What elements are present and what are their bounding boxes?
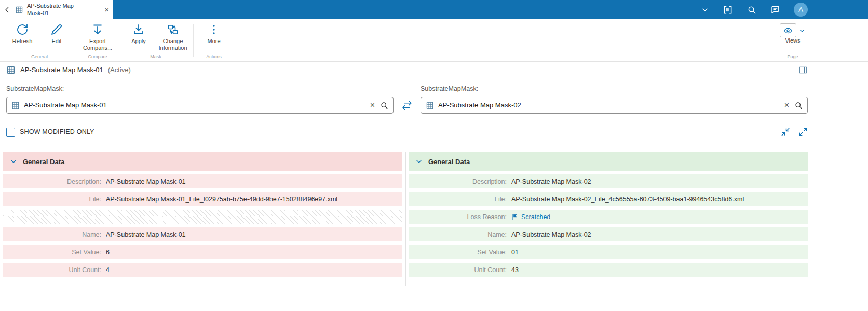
- substrate-map-icon: [426, 101, 434, 110]
- ribbon-separator: [77, 24, 77, 57]
- field-row-description: Description: AP-Substrate Map Mask-02: [409, 174, 808, 188]
- ribbon-separator: [193, 24, 194, 57]
- field-label: Set Value:: [409, 249, 511, 256]
- search-icon[interactable]: [747, 5, 756, 15]
- field-row-file: File: AP-Substrate Map Mask-02_File_4c56…: [409, 192, 808, 206]
- entity-tab[interactable]: AP-Substrate Map Mask-01 ×: [0, 0, 113, 19]
- entity-title: AP-Substrate Map Mask-01: [20, 66, 103, 74]
- refresh-button[interactable]: Refresh: [5, 21, 39, 46]
- eye-icon: [783, 26, 793, 35]
- refresh-icon: [16, 23, 29, 36]
- field-value: AP-Substrate Map Mask-01: [106, 231, 186, 238]
- field-label: File:: [3, 196, 106, 203]
- field-row-set-value: Set Value: 6: [3, 245, 402, 259]
- search-icon[interactable]: [794, 101, 803, 110]
- substrate-map-icon: [6, 65, 16, 75]
- field-row-description: Description: AP-Substrate Map Mask-01: [3, 174, 402, 188]
- change-information-button[interactable]: Change Information: [156, 21, 190, 52]
- field-row-unit-count: Unit Count: 4: [3, 263, 402, 277]
- field-label: Name:: [409, 231, 511, 238]
- field-row-loss-reason: Loss Reason: Scratched: [409, 210, 808, 224]
- more-icon: [208, 23, 220, 36]
- field-value: AP-Substrate Map Mask-02: [511, 231, 591, 238]
- lookup-input-right[interactable]: [438, 101, 779, 109]
- field-row-name: Name: AP-Substrate Map Mask-01: [3, 227, 402, 241]
- views-dropdown-icon[interactable]: [798, 27, 806, 34]
- ribbon-group-label: Mask: [150, 53, 161, 61]
- chevron-down-icon: [10, 158, 17, 165]
- chevron-down-icon[interactable]: [701, 6, 709, 13]
- field-label: Set Value:: [3, 249, 106, 256]
- apply-icon: [132, 23, 145, 36]
- field-label: File:: [409, 196, 511, 203]
- close-tab-icon[interactable]: ×: [104, 6, 109, 13]
- field-value: AP-Substrate Map Mask-01_File_f02975ab-b…: [106, 196, 337, 203]
- field-row-name: Name: AP-Substrate Map Mask-02: [409, 227, 808, 241]
- search-icon[interactable]: [380, 101, 388, 110]
- field-value: 4: [106, 266, 110, 274]
- loss-reason-link[interactable]: Scratched: [511, 213, 550, 221]
- right-field-label: SubstrateMapMask:: [421, 85, 808, 97]
- field-label: Unit Count:: [3, 266, 106, 274]
- chevron-down-icon: [415, 158, 423, 165]
- substrate-map-icon: [15, 6, 23, 14]
- edit-button[interactable]: Edit: [39, 21, 74, 46]
- show-modified-only-toggle[interactable]: SHOW MODIFIED ONLY: [6, 128, 94, 137]
- substrate-map-icon: [11, 101, 20, 110]
- topbar: AP-Substrate Map Mask-01 × A: [0, 0, 868, 19]
- ribbon-toolbar: Refresh Edit General Export Comparis...: [0, 19, 868, 62]
- substrate-map-mask-lookup-left[interactable]: ×: [6, 97, 394, 114]
- ribbon-group-actions: More Actions: [195, 19, 233, 61]
- substrate-map-mask-lookup-right[interactable]: ×: [421, 97, 808, 114]
- ribbon-group-compare: Export Comparis... Compare: [78, 19, 117, 61]
- swap-icon: [402, 100, 412, 111]
- ribbon-group-label: Actions: [206, 53, 222, 61]
- tab-title: AP-Substrate Map Mask-01: [27, 3, 90, 17]
- field-value: AP-Substrate Map Mask-02_File_4c56555a-6…: [511, 196, 744, 203]
- field-value: 01: [511, 249, 519, 256]
- clear-icon[interactable]: ×: [783, 101, 790, 110]
- show-modified-checkbox[interactable]: [6, 128, 15, 137]
- avatar[interactable]: A: [794, 3, 808, 17]
- section-title: General Data: [428, 158, 470, 166]
- swap-compare-button[interactable]: [394, 100, 421, 111]
- left-compare-panel: General Data Description: AP-Substrate M…: [3, 152, 402, 277]
- section-title: General Data: [23, 158, 64, 166]
- ribbon-group-label: Compare: [88, 53, 107, 61]
- field-label: Name:: [3, 231, 106, 238]
- flag-icon: [511, 213, 519, 221]
- edit-icon: [50, 23, 63, 36]
- field-label: Unit Count:: [409, 266, 511, 274]
- left-field-label: SubstrateMapMask:: [6, 85, 394, 97]
- expand-all-icon[interactable]: [798, 127, 808, 137]
- views-label: Views: [785, 37, 800, 44]
- field-label: Description:: [3, 178, 106, 185]
- field-row-file: File: AP-Substrate Map Mask-01_File_f029…: [3, 192, 402, 206]
- entity-status: (Active): [108, 66, 131, 74]
- ribbon-group-label: Page: [787, 53, 798, 61]
- views-button[interactable]: [780, 23, 796, 37]
- export-icon: [91, 23, 104, 36]
- scanner-icon[interactable]: [723, 5, 733, 15]
- field-row-unit-count: Unit Count: 43: [409, 263, 808, 277]
- side-panel-toggle-icon[interactable]: [798, 65, 808, 75]
- ribbon-group-page: Views Page: [778, 19, 808, 61]
- feedback-icon[interactable]: [770, 5, 780, 15]
- field-value: 6: [106, 249, 110, 256]
- field-label: Loss Reason:: [409, 213, 511, 221]
- collapse-all-icon[interactable]: [781, 127, 790, 137]
- ribbon-group-label: General: [31, 53, 48, 61]
- app: AP-Substrate Map Mask-01 × A Refresh: [0, 0, 868, 277]
- more-button[interactable]: More: [197, 21, 231, 46]
- section-header-general-data-left[interactable]: General Data: [3, 152, 402, 171]
- back-chevron-icon[interactable]: [3, 6, 11, 14]
- lookup-input-left[interactable]: [24, 101, 365, 109]
- show-modified-label: SHOW MODIFIED ONLY: [20, 128, 94, 136]
- field-value: 43: [511, 266, 519, 274]
- clear-icon[interactable]: ×: [369, 101, 376, 110]
- section-header-general-data-right[interactable]: General Data: [409, 152, 808, 171]
- export-comparison-button[interactable]: Export Comparis...: [80, 21, 115, 52]
- apply-button[interactable]: Apply: [121, 21, 156, 46]
- ribbon-group-general: Refresh Edit General: [3, 19, 76, 61]
- compare-area: SubstrateMapMask: SubstrateMapMask: × ×: [0, 78, 868, 137]
